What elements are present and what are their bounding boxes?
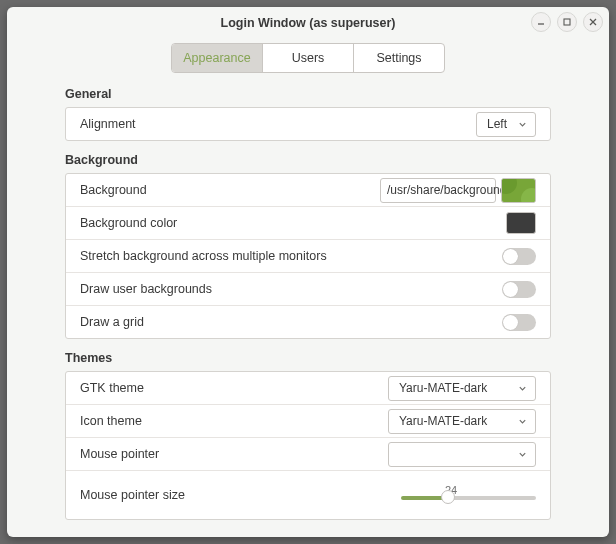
alignment-label: Alignment bbox=[80, 117, 136, 131]
tab-users[interactable]: Users bbox=[263, 44, 354, 72]
toggle-knob bbox=[503, 282, 518, 297]
settings-body: General Alignment Left Background Backgr… bbox=[25, 87, 591, 520]
background-path-field[interactable]: /usr/share/background bbox=[380, 178, 496, 203]
section-title-general: General bbox=[65, 87, 551, 101]
background-label: Background bbox=[80, 183, 147, 197]
toggle-knob bbox=[503, 315, 518, 330]
panel-background: Background /usr/share/background Backgro… bbox=[65, 173, 551, 339]
section-title-themes: Themes bbox=[65, 351, 551, 365]
row-draw-grid: Draw a grid bbox=[66, 306, 550, 338]
tab-bar: Appearance Users Settings bbox=[25, 43, 591, 73]
row-pointer-size: Mouse pointer size 24 bbox=[66, 471, 550, 519]
gtk-theme-combo[interactable]: Yaru-MATE-dark bbox=[388, 376, 536, 401]
titlebar: Login Window (as superuser) bbox=[7, 7, 609, 39]
background-preview-button[interactable] bbox=[501, 178, 536, 203]
stretch-toggle[interactable] bbox=[502, 248, 536, 265]
row-mouse-pointer: Mouse pointer bbox=[66, 438, 550, 471]
slider-track bbox=[401, 496, 536, 500]
maximize-button[interactable] bbox=[557, 12, 577, 32]
pointer-size-slider-area: 24 bbox=[401, 490, 536, 500]
tab-settings[interactable]: Settings bbox=[354, 44, 444, 72]
window-controls bbox=[531, 12, 603, 32]
row-gtk-theme: GTK theme Yaru-MATE-dark bbox=[66, 372, 550, 405]
stretch-label: Stretch background across multiple monit… bbox=[80, 249, 327, 263]
row-background-color: Background color bbox=[66, 207, 550, 240]
panel-themes: GTK theme Yaru-MATE-dark Icon theme Yaru… bbox=[65, 371, 551, 520]
user-bg-label: Draw user backgrounds bbox=[80, 282, 212, 296]
mouse-pointer-combo[interactable] bbox=[388, 442, 536, 467]
background-controls: /usr/share/background bbox=[380, 178, 536, 203]
chevron-down-icon bbox=[518, 384, 527, 393]
background-color-button[interactable] bbox=[506, 212, 536, 234]
row-user-backgrounds: Draw user backgrounds bbox=[66, 273, 550, 306]
svg-rect-1 bbox=[564, 19, 570, 25]
maximize-icon bbox=[562, 17, 572, 27]
pointer-size-slider[interactable]: 24 bbox=[401, 490, 536, 500]
icon-theme-label: Icon theme bbox=[80, 414, 142, 428]
tab-group: Appearance Users Settings bbox=[171, 43, 445, 73]
slider-thumb[interactable] bbox=[441, 490, 455, 504]
mouse-pointer-label: Mouse pointer bbox=[80, 447, 159, 461]
chevron-down-icon bbox=[518, 450, 527, 459]
chevron-down-icon bbox=[518, 120, 527, 129]
toggle-knob bbox=[503, 249, 518, 264]
content-area: Appearance Users Settings General Alignm… bbox=[7, 39, 609, 537]
row-background-path: Background /usr/share/background bbox=[66, 174, 550, 207]
gtk-theme-label: GTK theme bbox=[80, 381, 144, 395]
row-alignment: Alignment Left bbox=[66, 108, 550, 140]
background-path-text: /usr/share/background bbox=[387, 183, 506, 197]
row-stretch-monitors: Stretch background across multiple monit… bbox=[66, 240, 550, 273]
user-bg-toggle[interactable] bbox=[502, 281, 536, 298]
icon-theme-combo[interactable]: Yaru-MATE-dark bbox=[388, 409, 536, 434]
background-color-label: Background color bbox=[80, 216, 177, 230]
alignment-combo[interactable]: Left bbox=[476, 112, 536, 137]
close-button[interactable] bbox=[583, 12, 603, 32]
close-icon bbox=[588, 17, 598, 27]
window-title: Login Window (as superuser) bbox=[221, 16, 396, 30]
chevron-down-icon bbox=[518, 417, 527, 426]
minimize-button[interactable] bbox=[531, 12, 551, 32]
panel-general: Alignment Left bbox=[65, 107, 551, 141]
section-title-background: Background bbox=[65, 153, 551, 167]
row-icon-theme: Icon theme Yaru-MATE-dark bbox=[66, 405, 550, 438]
grid-label: Draw a grid bbox=[80, 315, 144, 329]
alignment-value: Left bbox=[487, 117, 507, 131]
grid-toggle[interactable] bbox=[502, 314, 536, 331]
minimize-icon bbox=[536, 17, 546, 27]
tab-appearance[interactable]: Appearance bbox=[172, 44, 263, 72]
app-window: Login Window (as superuser) Appearance U… bbox=[7, 7, 609, 537]
gtk-theme-value: Yaru-MATE-dark bbox=[399, 381, 487, 395]
pointer-size-label: Mouse pointer size bbox=[80, 488, 185, 502]
icon-theme-value: Yaru-MATE-dark bbox=[399, 414, 487, 428]
